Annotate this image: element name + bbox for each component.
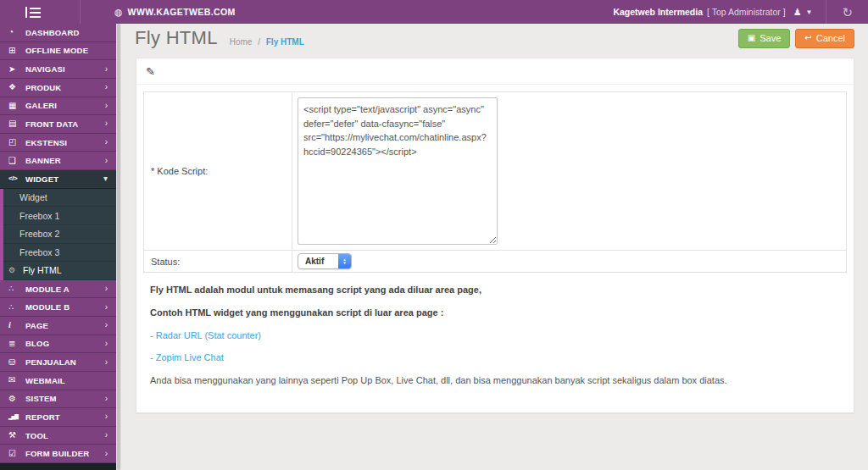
sidebar-subitem-fly-html[interactable]: ⚙Fly HTML [3,262,116,280]
chevron-right-icon: › [105,65,108,74]
sidebar-item-label: MODULE A [25,285,70,294]
sidebar-subitem-freebox-2[interactable]: Freebox 2 [3,225,116,244]
chevron-right-icon: › [105,395,108,403]
topbar-divider [826,0,826,24]
user-icon[interactable]: ♟ [793,7,802,18]
top-bar: ◍ WWW.KAGETWEB.COM Kagetweb Intermedia [… [0,0,868,24]
chevron-right-icon: › [105,412,108,421]
refresh-icon[interactable]: ↻ [842,6,853,19]
sidebar-subitem-freebox-3[interactable]: Freebox 3 [3,244,116,263]
sidebar-item-webmail[interactable]: ✉WEBMAIL [0,372,116,390]
sidebar-item-widget[interactable]: </>WIDGET▾ [0,170,116,189]
topbar-divider [80,0,81,24]
save-icon: ▣ [748,34,755,42]
wrench-icon: ⚒ [8,431,25,440]
widget-submenu: WidgetFreebox 1Freebox 2Freebox 3⚙Fly HT… [0,189,116,280]
chevron-down-icon: ▾ [103,174,108,183]
help-text-block: Fly HTML adalah modul untuk memasang scr… [143,273,847,406]
sidebar-item-navigasi[interactable]: ➤NAVIGASI› [0,60,116,79]
help-link-line: - Zopim Live Chat [150,351,840,363]
user-name: Kagetweb Intermedia [613,7,703,17]
cancel-button-label: Cancel [816,33,845,43]
sidebar-item-report[interactable]: ▂▅▇REPORT› [0,408,116,427]
sidebar-toggle-icon[interactable] [25,7,41,18]
sidebar-item-front-data[interactable]: ▤FRONT DATA› [0,115,116,134]
sidebar-subitem-label: Freebox 3 [19,247,59,257]
sidebar-item-label: OFFLINE MODE [25,46,88,55]
table-row: Status: Aktif ▲▼ [144,251,847,273]
sidebar-item-blog[interactable]: ≣BLOG› [0,335,116,354]
table-row: * Kode Script: <script type="text/javasc… [144,92,847,251]
gallery-image-icon: ▦ [8,102,25,110]
sidebar-item-sistem[interactable]: ⚙SISTEM› [0,390,116,409]
status-select-value: Aktif [298,254,338,268]
sidebar-item-galeri[interactable]: ▦GALERI› [0,97,116,116]
sidebar-item-module-b[interactable]: ∴MODULE B› [0,298,116,317]
help-link[interactable]: - Radar URL (Stat counter) [150,330,261,340]
sidebar-item-label: EKSTENSI [25,138,67,147]
navigation-arrow-icon: ➤ [8,65,25,74]
sidebar-item-label: SISTEM [25,394,57,403]
chevron-right-icon: › [105,321,108,329]
pencil-icon: ✎ [146,65,155,78]
kode-script-textarea[interactable]: <script type="text/javascript" async="as… [298,97,498,245]
sidebar-item-label: BLOG [25,339,49,348]
form-panel: ✎ * Kode Script: <script type="text/java… [136,58,854,413]
sidebar-item-penjualan[interactable]: ⛁PENJUALAN› [0,353,116,372]
chevron-right-icon: › [105,83,108,91]
site-link[interactable]: ◍ WWW.KAGETWEB.COM [114,7,236,17]
sidebar-item-page[interactable]: iPAGE› [0,317,116,335]
breadcrumb-home-link[interactable]: Home [230,37,253,47]
chevron-right-icon: › [105,119,108,128]
sidebar-item-label: MODULE B [25,302,70,312]
sidebar-subitem-label: Fly HTML [23,265,62,275]
sidebar-item-offline-mode[interactable]: ⊞OFFLINE MODE [0,42,116,61]
sidebar-item-form-builder[interactable]: ☑FORM BUILDER› [0,445,116,463]
sidebar-item-label: PENJUALAN [25,357,76,367]
sidebar-item-label: BANNER [25,156,61,165]
breadcrumb: Home / Fly HTML [230,37,304,47]
product-tags-icon: ❖ [8,83,25,91]
sidebar-subitem-freebox-1[interactable]: Freebox 1 [3,207,116,225]
help-link[interactable]: - Zopim Live Chat [150,352,224,362]
status-label: Status: [144,251,292,273]
save-button[interactable]: ▣ Save [738,29,791,48]
form-check-icon: ☑ [8,450,25,458]
main-content: Fly HTML Home / Fly HTML ▣ Save ↩ Cancel… [121,24,868,470]
select-stepper-icon: ▲▼ [338,254,351,268]
sidebar-item-label: DASHBOARD [25,28,80,37]
front-data-icon: ▤ [8,119,25,128]
status-select[interactable]: Aktif ▲▼ [298,253,352,269]
chevron-right-icon: › [105,138,108,147]
chevron-right-icon: › [105,340,108,348]
breadcrumb-current[interactable]: Fly HTML [266,37,304,47]
sidebar-item-label: FORM BUILDER [25,449,89,458]
scrollbar-thumb[interactable] [117,24,120,470]
sidebar-item-label: WIDGET [25,174,58,184]
cart-icon: ⛁ [8,358,25,367]
chevron-right-icon: › [105,102,108,110]
caret-down-icon[interactable]: ▼ [806,8,813,16]
chevron-right-icon: › [105,157,108,165]
sidebar-item-dashboard[interactable]: ◔DASHBOARD [0,24,116,42]
sidebar-item-ekstensi[interactable]: ◰EKSTENSI› [0,134,116,152]
cancel-button[interactable]: ↩ Cancel [795,29,854,48]
sidebar-item-produk[interactable]: ❖PRODUK› [0,79,116,97]
sidebar-item-module-a[interactable]: ∴MODULE A› [0,280,116,299]
extension-puzzle-icon: ◰ [8,138,25,147]
dashboard-icon: ◔ [8,28,25,36]
sidebar-subitem-widget[interactable]: Widget [3,189,116,207]
sidebar-item-tool[interactable]: ⚒TOOL› [0,427,116,445]
module-share-icon: ∴ [8,303,25,312]
help-text-line: Anda bisa menggunakan yang lainnya seper… [150,374,840,386]
panel-header: ✎ [136,58,854,85]
kode-script-cell: <script type="text/javascript" async="as… [292,92,847,251]
page-info-icon: i [8,321,25,329]
sidebar-item-label: PRODUK [25,83,61,92]
sidebar-item-label: REPORT [25,412,60,422]
bar-chart-icon: ▂▅▇ [8,414,25,419]
chevron-right-icon: › [105,303,108,312]
topbar-right: Kagetweb Intermedia [ Top Administrator … [613,0,868,24]
help-link-line: - Radar URL (Stat counter) [150,329,840,341]
sidebar-item-banner[interactable]: ❑BANNER› [0,152,116,170]
